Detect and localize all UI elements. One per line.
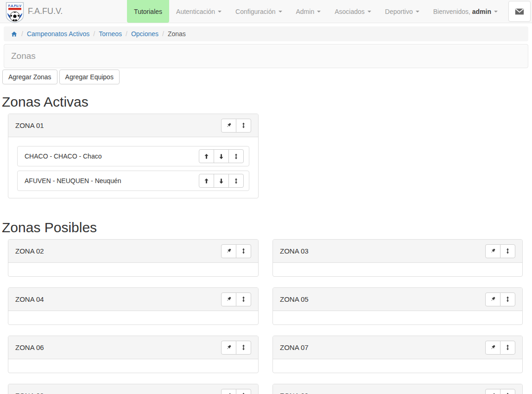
caret-down-icon <box>279 11 282 13</box>
reorder-zone-button[interactable] <box>236 389 251 394</box>
zone-title: ZONA 01 <box>15 121 44 129</box>
breadcrumb-home-link[interactable] <box>11 31 18 38</box>
move-up-button[interactable] <box>199 149 214 163</box>
possible-zones-grid: ZONA 02 ZONA 03 <box>8 239 532 394</box>
pushpin-icon <box>225 392 232 394</box>
breadcrumb: / Campeonatos Activos / Torneos / Opcion… <box>4 26 528 41</box>
breadcrumb-link-campeonatos[interactable]: Campeonatos Activos <box>27 30 89 38</box>
zone-title: ZONA 09 <box>280 392 309 394</box>
envelope-icon <box>514 6 525 17</box>
pin-zone-button[interactable] <box>221 119 236 133</box>
zone-panel-body <box>273 263 522 276</box>
user-menu[interactable]: Bienvenidos, admin <box>426 0 505 23</box>
zone-panel-header: ZONA 01 <box>8 114 258 137</box>
zone-panel-body <box>8 359 258 373</box>
nav-item-admin[interactable]: Admin <box>289 0 328 23</box>
home-icon <box>11 31 18 38</box>
zone-panel-header: ZONA 03 <box>273 240 522 263</box>
pushpin-icon <box>225 122 232 129</box>
nav-item-autenticacion[interactable]: Autenticación <box>169 0 228 23</box>
nav-item-label: Configuración <box>235 8 275 15</box>
navbar: F.A.FU.V F.A.FU.V. Tutoriales Autenticac… <box>0 0 532 23</box>
username: admin <box>472 8 491 15</box>
move-up-button[interactable] <box>199 174 214 188</box>
pin-zone-button[interactable] <box>221 341 236 355</box>
nav-item-label: Admin <box>296 8 315 15</box>
breadcrumb-separator: / <box>126 30 127 38</box>
reorder-zone-button[interactable] <box>236 341 251 355</box>
zone-panel-zona04: ZONA 04 <box>8 287 259 325</box>
zone-actions <box>221 341 251 355</box>
reorder-zone-button[interactable] <box>236 244 251 258</box>
zone-panel-header: ZONA 02 <box>8 240 258 263</box>
zone-panel-zona03: ZONA 03 <box>272 239 523 277</box>
brand-title[interactable]: F.A.FU.V. <box>28 0 63 23</box>
breadcrumb-link-torneos[interactable]: Torneos <box>99 30 122 38</box>
zone-panel-body <box>273 359 522 373</box>
nav-item-deportivo[interactable]: Deportivo <box>378 0 426 23</box>
nav-item-asociados[interactable]: Asociados <box>328 0 378 23</box>
zone-actions <box>221 244 251 258</box>
resize-vertical-icon <box>240 122 247 129</box>
svg-text:F.A.FU.V: F.A.FU.V <box>8 4 22 7</box>
add-teams-button[interactable]: Agregar Equipos <box>59 70 120 84</box>
reorder-zone-button[interactable] <box>236 119 251 133</box>
zone-panel-zona01: ZONA 01 <box>8 114 259 198</box>
pin-zone-button[interactable] <box>485 389 500 394</box>
team-label: CHACO - CHACO - Chaco <box>25 153 101 160</box>
add-zones-button[interactable]: Agregar Zonas <box>2 70 57 84</box>
caret-down-icon <box>218 11 222 13</box>
resize-vertical-icon <box>240 344 247 351</box>
breadcrumb-link-opciones[interactable]: Opciones <box>131 30 158 38</box>
caret-down-icon <box>494 11 498 13</box>
caret-down-icon <box>367 11 371 13</box>
zone-panel-body <box>273 311 522 324</box>
resize-vertical-icon <box>504 296 511 303</box>
zone-panel-zona08: ZONA 08 <box>8 384 259 394</box>
reorder-zone-button[interactable] <box>500 389 515 394</box>
zone-title: ZONA 08 <box>15 392 44 394</box>
reorder-zone-button[interactable] <box>236 292 251 306</box>
move-down-button[interactable] <box>214 174 229 188</box>
team-row-chaco: CHACO - CHACO - Chaco <box>17 146 249 166</box>
reorder-zone-button[interactable] <box>500 244 515 258</box>
messages-button[interactable] <box>508 1 531 22</box>
zone-panel-zona06: ZONA 06 <box>8 336 259 373</box>
resize-vertical-icon <box>504 392 511 394</box>
zone-panel-body <box>8 311 258 324</box>
reorder-zone-button[interactable] <box>500 341 515 355</box>
pin-zone-button[interactable] <box>221 389 236 394</box>
zone-title: ZONA 07 <box>280 343 309 351</box>
pin-zone-button[interactable] <box>485 341 500 355</box>
pushpin-icon <box>489 296 496 303</box>
move-down-button[interactable] <box>214 149 229 163</box>
zone-panel-zona07: ZONA 07 <box>272 336 523 373</box>
zone-panel-header: ZONA 07 <box>273 336 522 359</box>
pin-zone-button[interactable] <box>485 244 500 258</box>
breadcrumb-separator: / <box>162 30 164 38</box>
team-actions <box>199 149 244 163</box>
soccer-ball-logo-icon: F.A.FU.V <box>6 2 24 23</box>
nav-item-label: Autenticación <box>176 8 215 15</box>
nav-item-configuracion[interactable]: Configuración <box>228 0 289 23</box>
pin-zone-button[interactable] <box>485 292 500 306</box>
zone-actions <box>221 119 251 133</box>
pin-zone-button[interactable] <box>221 292 236 306</box>
drag-reorder-button[interactable] <box>228 149 244 163</box>
zone-actions <box>221 389 251 394</box>
zone-actions <box>485 389 515 394</box>
pushpin-icon <box>489 392 496 394</box>
nav-menu: Tutoriales Autenticación Configuración A… <box>127 0 532 23</box>
pin-zone-button[interactable] <box>221 244 236 258</box>
pushpin-icon <box>489 344 496 351</box>
zone-panel-zona09: ZONA 09 <box>272 384 523 394</box>
reorder-zone-button[interactable] <box>500 292 515 306</box>
nav-item-tutoriales[interactable]: Tutoriales <box>127 0 169 23</box>
app-logo[interactable]: F.A.FU.V <box>6 2 24 25</box>
team-label: AFUVEN - NEUQUEN - Neuquén <box>25 177 121 184</box>
zone-panel-header: ZONA 09 <box>273 384 522 394</box>
zone-title: ZONA 02 <box>15 247 44 255</box>
arrow-down-icon <box>218 178 225 184</box>
zone-title: ZONA 06 <box>15 343 44 351</box>
drag-reorder-button[interactable] <box>228 174 244 188</box>
